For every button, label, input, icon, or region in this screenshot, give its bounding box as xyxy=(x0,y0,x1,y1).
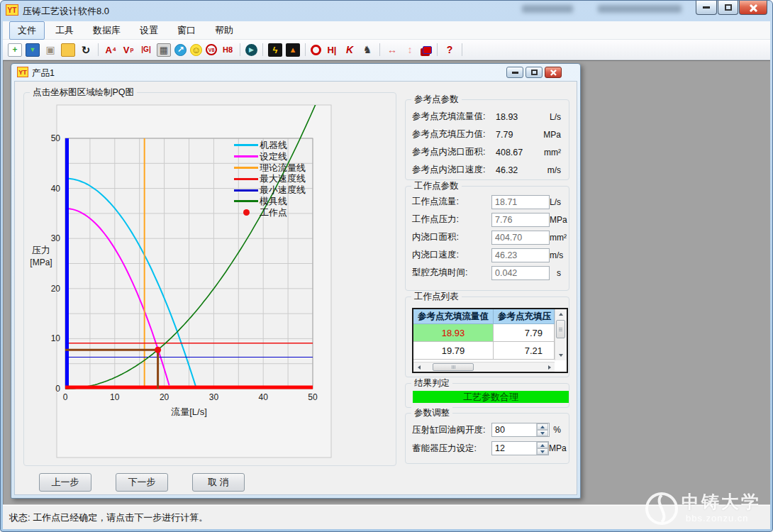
param-label: 内浇口面积: xyxy=(412,231,491,243)
param-input[interactable] xyxy=(491,266,550,280)
toolbar-separator xyxy=(262,43,263,56)
k-icon[interactable]: K xyxy=(343,43,357,57)
help-icon[interactable]: ? xyxy=(443,43,457,57)
scroll-down-button[interactable] xyxy=(555,350,567,360)
legend-entry: 模具线 xyxy=(234,196,347,207)
param-unit: L/s xyxy=(550,197,562,207)
status-text: 状态: 工作点已经确定，请点击下一步进行计算。 xyxy=(9,511,208,524)
scroll-up-button[interactable] xyxy=(555,309,567,319)
param-input[interactable] xyxy=(491,248,550,262)
minimize-button[interactable] xyxy=(696,1,717,15)
flame-icon[interactable]: ▲ xyxy=(286,43,300,57)
save-icon[interactable]: ▼ xyxy=(26,43,40,57)
param-input[interactable] xyxy=(491,231,550,245)
menu-bar: 文件工具数据库设置窗口帮助 xyxy=(3,21,770,40)
bird-icon[interactable]: ♞ xyxy=(360,43,374,57)
navigate-icon[interactable]: ↗ xyxy=(174,44,187,56)
no-v8-icon[interactable]: V8 xyxy=(206,44,217,55)
maximize-button[interactable] xyxy=(718,1,738,15)
table-cell[interactable]: 18.93 xyxy=(413,324,494,342)
v-arrows-icon[interactable]: ↕ xyxy=(403,43,417,57)
param-unit: MPa xyxy=(543,130,562,140)
table-vertical-scrollbar[interactable] xyxy=(555,309,567,360)
worklist-groupbox: 工作点列表 参考点充填流量值参考点充填压18.937.7919.797.21 xyxy=(405,297,569,377)
spin-down-button[interactable] xyxy=(537,448,548,455)
spinner-input[interactable] xyxy=(492,442,536,455)
up-arrow-icon xyxy=(540,444,545,447)
footer-button-1[interactable]: 上一步 xyxy=(39,473,91,492)
param-label: 参考点内浇口速度: xyxy=(412,164,491,176)
footer-button-2[interactable]: 下一步 xyxy=(116,473,168,492)
param-row: 参考点内浇口面积:408.67mm² xyxy=(406,143,569,161)
close-button[interactable] xyxy=(739,1,767,15)
footer-button-3[interactable]: 取 消 xyxy=(192,473,245,492)
param-row: 内浇口速度:m/s xyxy=(406,246,569,264)
child-minimize-button[interactable] xyxy=(506,67,523,78)
toolbar-separator xyxy=(98,43,99,56)
child-window-product1: YT 产品1 点击坐标图区域绘制PQ图 01020304050010203040… xyxy=(11,63,581,499)
new-file-icon[interactable]: + xyxy=(8,43,22,57)
legend-line-icon xyxy=(234,178,258,180)
lightning-icon[interactable]: ϟ xyxy=(268,43,282,57)
calculator-icon[interactable]: ▦ xyxy=(157,43,171,57)
ring-icon[interactable] xyxy=(311,45,321,55)
scroll-left-button[interactable] xyxy=(413,362,424,372)
svg-text:[MPa]: [MPa] xyxy=(30,257,52,267)
maximize-icon xyxy=(725,4,732,11)
spin-up-button[interactable] xyxy=(537,442,548,448)
table-header-cell[interactable]: 参考点充填压 xyxy=(494,309,555,324)
spinner-buttons xyxy=(536,423,548,436)
legend-line-icon xyxy=(234,189,258,192)
table-cell[interactable]: 7.21 xyxy=(494,342,555,360)
param-unit: mm² xyxy=(550,233,568,243)
up-arrow-icon xyxy=(540,426,545,428)
spin-up-button[interactable] xyxy=(537,423,548,430)
open-folder-icon[interactable] xyxy=(61,43,75,57)
table-cell[interactable]: 19.79 xyxy=(413,342,494,360)
legend-entry: 最大速度线 xyxy=(234,173,347,184)
menu-item-帮助[interactable]: 帮助 xyxy=(206,21,242,40)
scrollbar-thumb[interactable] xyxy=(556,320,565,338)
param-input[interactable] xyxy=(491,213,550,227)
h8-icon[interactable]: H8 xyxy=(221,43,235,57)
table-header-cell[interactable]: 参考点充填流量值 xyxy=(413,309,494,324)
down-arrow-icon xyxy=(540,432,545,435)
working-params-groupbox: 工作点参数 工作点流量:L/s工作点压力:MPa内浇口面积:mm²内浇口速度:m… xyxy=(405,186,569,291)
spin-down-button[interactable] xyxy=(537,430,548,436)
menu-item-工具[interactable]: 工具 xyxy=(47,21,82,40)
toolbar: +▼▣↻A4Vp|G|▦↗☺V8H8▶ϟ▲H|K♞↔↕? xyxy=(3,40,770,60)
menu-item-文件[interactable]: 文件 xyxy=(9,21,45,40)
right-arrow-icon xyxy=(548,365,551,370)
param-input[interactable] xyxy=(491,195,550,209)
close-icon xyxy=(749,4,757,12)
menu-item-设置[interactable]: 设置 xyxy=(131,21,167,40)
table-cell[interactable]: 7.79 xyxy=(494,324,555,342)
cubes-icon[interactable] xyxy=(423,46,432,54)
legend-marker xyxy=(234,209,258,216)
play-icon[interactable]: ▶ xyxy=(245,44,257,56)
menu-item-数据库[interactable]: 数据库 xyxy=(84,21,129,40)
smiley-icon[interactable]: ☺ xyxy=(190,44,202,56)
param-unit: MPa xyxy=(549,443,568,453)
h-arrows-icon[interactable]: ↔ xyxy=(385,43,399,57)
gate-icon[interactable]: |G| xyxy=(139,43,153,57)
table-horizontal-scrollbar[interactable] xyxy=(413,362,555,372)
param-unit: s xyxy=(557,268,562,278)
scroll-right-button[interactable] xyxy=(544,362,555,372)
param-unit: m/s xyxy=(547,165,562,175)
export-icon[interactable]: ↻ xyxy=(79,43,93,57)
param-row: 压射缸回油阀开度:% xyxy=(406,421,569,439)
child-close-button[interactable] xyxy=(545,67,562,78)
menu-item-窗口[interactable]: 窗口 xyxy=(169,21,204,40)
param-unit: L/s xyxy=(550,112,562,122)
font-A-icon[interactable]: A4 xyxy=(104,43,118,57)
child-restore-button[interactable] xyxy=(525,67,543,78)
reference-params-title: 参考点参数 xyxy=(411,94,462,106)
svg-text:40: 40 xyxy=(259,392,269,402)
spinner-input[interactable] xyxy=(492,423,536,436)
copy-icon[interactable]: ▣ xyxy=(43,43,57,57)
scrollbar-thumb[interactable] xyxy=(433,363,474,371)
velocity-icon[interactable]: Vp xyxy=(121,43,135,57)
h-stop-icon[interactable]: H| xyxy=(325,43,339,57)
param-row: 参考点充填压力值:7.79MPa xyxy=(406,126,569,143)
